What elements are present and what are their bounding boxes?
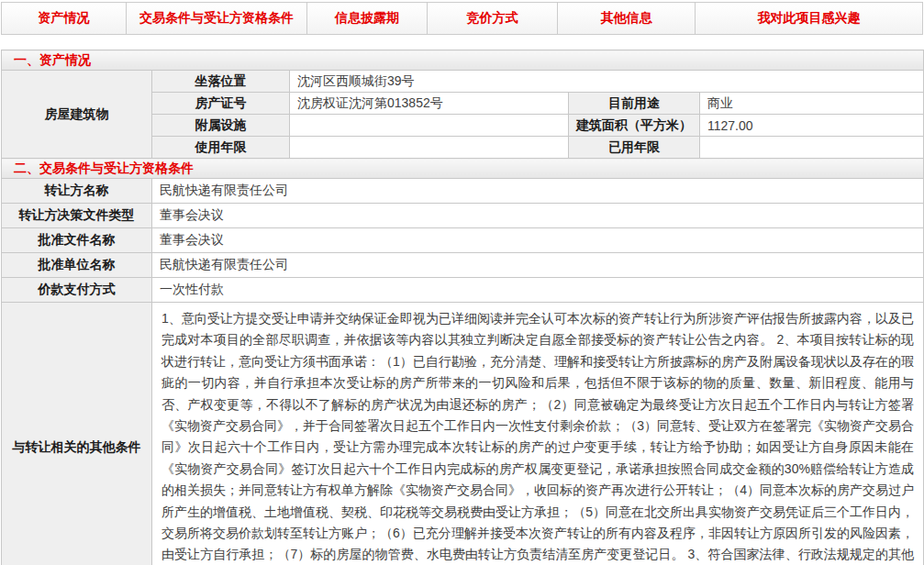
current-use-label: 目前用途 [569,93,700,115]
tab-disclosure-period[interactable]: 信息披露期 [307,3,428,34]
table-row: 批准单位名称 民航快递有限责任公司 [2,253,924,278]
interested-in-project-label: 我对此项目感兴趣 [758,10,861,27]
building-area-value: 1127.00 [700,115,924,137]
property-cert-no-value: 沈房权证沈河第013852号 [290,93,569,115]
usable-years-label: 使用年限 [152,137,290,159]
approval-unit-name-value: 民航快递有限责任公司 [152,253,924,278]
table-row: 转让方决策文件类型 董事会决议 [2,204,924,228]
table-row: 批准文件名称 董事会决议 [2,228,924,253]
tab-asset-info[interactable]: 资产情况 [2,3,127,34]
section-tab-bar: 资产情况 交易条件与受让方资格条件 信息披露期 竞价方式 其他信息 我对此项目感… [1,2,923,35]
payment-method-label: 价款支付方式 [2,278,152,303]
decision-doc-type-label: 转让方决策文件类型 [2,204,152,228]
payment-method-value: 一次性付款 [152,278,924,303]
section1-header: 一、资产情况 [2,50,924,71]
other-transfer-conditions-text: 1、意向受让方提交受让申请并交纳保证金即视为已详细阅读并完全认可本次标的资产转让… [152,303,924,565]
tab-other-info-label: 其他信息 [601,10,652,27]
table-row: 转让方名称 民航快递有限责任公司 [2,179,924,204]
tab-bidding-method[interactable]: 竞价方式 [428,3,558,34]
tab-asset-info-label: 资产情况 [39,10,90,27]
tab-other-info[interactable]: 其他信息 [558,3,696,34]
table-row: 价款支付方式 一次性付款 [2,278,924,303]
property-cert-no-label: 房产证号 [152,93,290,115]
usable-years-value [290,137,569,159]
current-use-value: 商业 [700,93,924,115]
section2-header: 二、交易条件与受让方资格条件 [2,159,924,179]
tab-transaction-conditions[interactable]: 交易条件与受让方资格条件 [127,3,307,34]
tab-disclosure-period-label: 信息披露期 [335,10,399,27]
auxiliary-facilities-label: 附属设施 [152,115,290,137]
transferor-name-label: 转让方名称 [2,179,152,204]
interested-in-project-button[interactable]: 我对此项目感兴趣 [696,3,922,34]
tab-transaction-conditions-label: 交易条件与受让方资格条件 [139,10,294,27]
building-area-label: 建筑面积（平方米） [569,115,700,137]
asset-transfer-detail-page: 资产情况 交易条件与受让方资格条件 信息披露期 竞价方式 其他信息 我对此项目感… [0,0,924,565]
used-years-label: 已用年限 [569,137,700,159]
other-transfer-conditions-label: 与转让相关的其他条件 [2,303,152,565]
asset-detail-table: 一、资产情况 房屋建筑物 坐落位置 沈河区西顺城街39号 房产证号 沈房权证沈河… [1,50,924,565]
approval-doc-name-label: 批准文件名称 [2,228,152,253]
location-label: 坐落位置 [152,71,290,93]
approval-unit-name-label: 批准单位名称 [2,253,152,278]
auxiliary-facilities-value [290,115,569,137]
table-row: 与转让相关的其他条件 1、意向受让方提交受让申请并交纳保证金即视为已详细阅读并完… [2,303,924,565]
table-row: 房屋建筑物 坐落位置 沈河区西顺城街39号 [2,71,924,93]
location-value: 沈河区西顺城街39号 [290,71,924,93]
approval-doc-name-value: 董事会决议 [152,228,924,253]
decision-doc-type-value: 董事会决议 [152,204,924,228]
building-group-label: 房屋建筑物 [2,71,152,159]
transferor-name-value: 民航快递有限责任公司 [152,179,924,204]
tab-bidding-method-label: 竞价方式 [467,10,518,27]
used-years-value [700,137,924,159]
spacer [0,35,924,50]
